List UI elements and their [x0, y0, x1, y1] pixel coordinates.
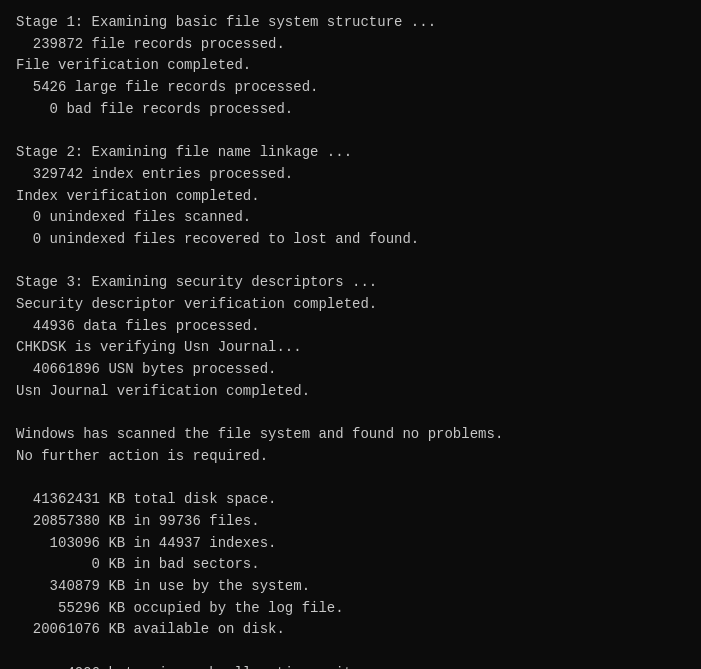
terminal-line: Windows has scanned the file system and … — [16, 424, 685, 446]
terminal-line: Usn Journal verification completed. — [16, 381, 685, 403]
terminal-line: No further action is required. — [16, 446, 685, 468]
terminal-line: 329742 index entries processed. — [16, 164, 685, 186]
terminal-line: CHKDSK is verifying Usn Journal... — [16, 337, 685, 359]
terminal-line: Security descriptor verification complet… — [16, 294, 685, 316]
terminal-line: 20061076 KB available on disk. — [16, 619, 685, 641]
terminal-line: File verification completed. — [16, 55, 685, 77]
terminal-line: 239872 file records processed. — [16, 34, 685, 56]
terminal-line — [16, 251, 685, 273]
terminal-line: 55296 KB occupied by the log file. — [16, 598, 685, 620]
terminal-line: 41362431 KB total disk space. — [16, 489, 685, 511]
terminal-output: Stage 1: Examining basic file system str… — [16, 12, 685, 669]
terminal-line: 340879 KB in use by the system. — [16, 576, 685, 598]
terminal-line: 40661896 USN bytes processed. — [16, 359, 685, 381]
terminal-line: Stage 3: Examining security descriptors … — [16, 272, 685, 294]
terminal-line — [16, 120, 685, 142]
terminal-line: Stage 2: Examining file name linkage ... — [16, 142, 685, 164]
terminal-line: Index verification completed. — [16, 186, 685, 208]
terminal-line: 103096 KB in 44937 indexes. — [16, 533, 685, 555]
terminal-line: 20857380 KB in 99736 files. — [16, 511, 685, 533]
terminal-line: 4096 bytes in each allocation unit. — [16, 663, 685, 669]
terminal-line — [16, 467, 685, 489]
terminal-line: 0 KB in bad sectors. — [16, 554, 685, 576]
terminal-line — [16, 402, 685, 424]
terminal-line — [16, 641, 685, 663]
terminal-line: 0 unindexed files scanned. — [16, 207, 685, 229]
terminal-line: 5426 large file records processed. — [16, 77, 685, 99]
terminal-line: 0 unindexed files recovered to lost and … — [16, 229, 685, 251]
terminal-line: 44936 data files processed. — [16, 316, 685, 338]
terminal-line: Stage 1: Examining basic file system str… — [16, 12, 685, 34]
terminal-line: 0 bad file records processed. — [16, 99, 685, 121]
